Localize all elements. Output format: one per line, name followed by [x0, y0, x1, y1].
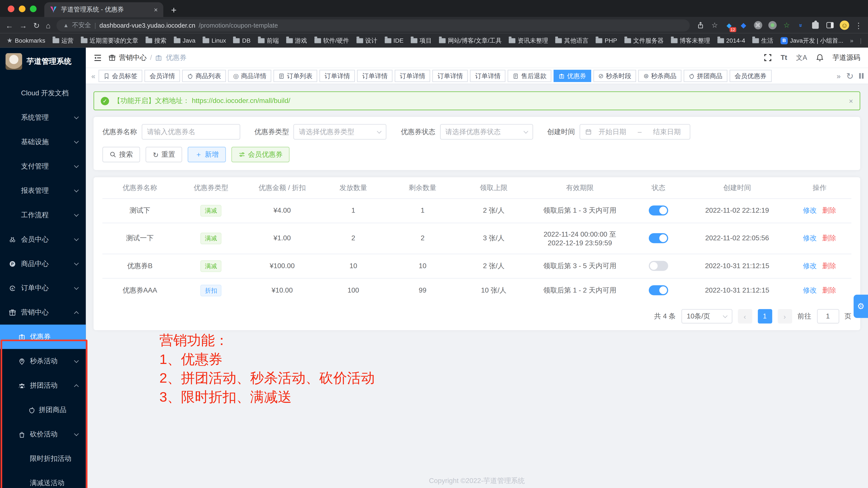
bookmark-item[interactable]: 游戏: [286, 36, 307, 45]
sidebar-item-full-reduction[interactable]: 满减送活动: [0, 471, 86, 488]
page-tab[interactable]: 会员详情: [145, 70, 180, 82]
delete-link[interactable]: 删除: [822, 234, 836, 242]
bookmark-item[interactable]: 2014-4: [717, 37, 745, 44]
sidebar-item-payment[interactable]: 支付管理: [0, 154, 86, 178]
language-icon[interactable]: 文A: [796, 53, 807, 62]
bookmark-item[interactable]: DB: [233, 37, 251, 44]
extension-star-icon[interactable]: ☆: [782, 21, 791, 30]
sidebar-item-group-buy[interactable]: 拼团活动: [0, 373, 86, 398]
page-tab[interactable]: 会员优惠券: [730, 70, 771, 82]
window-minimize-button[interactable]: [19, 5, 26, 12]
sidebar-item-cloud-docs[interactable]: Cloud 开发文档: [0, 81, 86, 105]
sidebar-item-system[interactable]: 系统管理: [0, 105, 86, 130]
tabs-refresh-icon[interactable]: ↻: [846, 70, 854, 81]
font-size-icon[interactable]: Tt: [781, 54, 787, 62]
address-bar[interactable]: ▲ 不安全 | dashboard-vue3.yudao.iocoder.cn/…: [57, 19, 690, 31]
page-tab[interactable]: ⊘秒杀时段: [593, 70, 637, 82]
bookmark-item[interactable]: 近期需要读的文章: [81, 36, 138, 45]
share-icon[interactable]: [696, 21, 705, 30]
coupon-type-select[interactable]: 请选择优惠券类型: [293, 124, 386, 140]
new-tab-button[interactable]: +: [171, 5, 177, 15]
bookmarks-overflow-chevron[interactable]: »: [850, 37, 854, 44]
edit-link[interactable]: 修改: [803, 234, 817, 242]
page-tab[interactable]: 售后退款: [508, 70, 551, 82]
sidebar-item-infrastructure[interactable]: 基础设施: [0, 130, 86, 154]
tabs-scroll-right-icon[interactable]: »: [837, 72, 841, 80]
page-tab[interactable]: ⊛秒杀商品: [639, 70, 681, 82]
bookmark-item[interactable]: 其他语言: [555, 36, 589, 45]
tabs-scroll-left-icon[interactable]: «: [90, 72, 97, 80]
next-page-button[interactable]: ›: [778, 309, 792, 323]
delete-link[interactable]: 删除: [822, 262, 836, 269]
banner-close-icon[interactable]: ×: [849, 97, 853, 105]
browser-menu-icon[interactable]: ⋮: [855, 21, 863, 29]
sidebar-item-seckill[interactable]: 秒杀活动: [0, 349, 86, 373]
extension-gem-icon[interactable]: ◆: [739, 21, 748, 30]
edit-link[interactable]: 修改: [803, 206, 817, 214]
extension-command-icon[interactable]: ⌘: [753, 21, 762, 30]
collapse-sidebar-icon[interactable]: [93, 54, 102, 62]
window-zoom-button[interactable]: [30, 5, 36, 12]
bookmark-star-icon[interactable]: ☆: [710, 21, 719, 30]
delete-link[interactable]: 删除: [822, 286, 836, 294]
add-button[interactable]: ＋ 新增: [188, 147, 226, 162]
bookmark-item[interactable]: 生活: [752, 36, 773, 45]
sidebar-item-limited-discount[interactable]: 限时折扣活动: [0, 447, 86, 471]
page-number-button[interactable]: 1: [757, 309, 772, 323]
bell-icon[interactable]: [816, 54, 824, 62]
bookmark-item[interactable]: 文件服务器: [624, 36, 663, 45]
username[interactable]: 芋道源码: [833, 53, 860, 62]
page-size-select[interactable]: 10条/页: [681, 309, 732, 323]
back-icon[interactable]: ←: [5, 21, 13, 29]
page-tab-active[interactable]: 优惠券: [554, 70, 591, 82]
status-toggle[interactable]: [649, 285, 668, 295]
page-tab[interactable]: 商品列表: [182, 70, 226, 82]
date-range-picker[interactable]: 开始日期 – 结束日期: [579, 124, 690, 140]
page-tab[interactable]: 订单详情: [320, 70, 355, 82]
page-tab[interactable]: 会员标签: [99, 70, 143, 82]
edit-link[interactable]: 修改: [803, 286, 817, 294]
reset-button[interactable]: ↻ 重置: [146, 147, 182, 162]
home-icon[interactable]: ⌂: [46, 21, 51, 29]
edit-link[interactable]: 修改: [803, 262, 817, 269]
tab-close-icon[interactable]: ×: [154, 6, 158, 14]
bookmark-item[interactable]: 前端: [258, 36, 279, 45]
page-tab[interactable]: 订单详情: [432, 70, 468, 82]
breadcrumb-root[interactable]: 营销中心: [119, 53, 147, 62]
bookmark-item[interactable]: IDE: [385, 37, 404, 44]
page-tab[interactable]: 订单列表: [274, 70, 317, 82]
status-toggle[interactable]: [649, 205, 668, 216]
bookmark-item[interactable]: 网站/博客/文章/工具: [439, 36, 502, 45]
status-toggle[interactable]: [649, 261, 668, 271]
bookmark-link[interactable]: BJava开发 | 小组首...: [781, 36, 843, 45]
forward-icon[interactable]: →: [19, 21, 27, 29]
sidebar-item-product-center[interactable]: P 商品中心: [0, 251, 86, 276]
sidebar-item-member-center[interactable]: 会员中心: [0, 227, 86, 251]
bookmarks-root[interactable]: ★Bookmarks: [7, 36, 45, 45]
goto-page-input[interactable]: [817, 309, 839, 323]
bookmark-item[interactable]: 设计: [356, 36, 377, 45]
search-button[interactable]: 搜索: [102, 147, 140, 162]
page-tab[interactable]: ◎商品详情: [228, 70, 272, 82]
reload-icon[interactable]: ↻: [33, 21, 40, 29]
bookmark-item[interactable]: PHP: [596, 37, 617, 44]
window-close-button[interactable]: [8, 5, 14, 12]
extension-badge-icon[interactable]: ◆ 12: [725, 21, 734, 30]
sidebar-item-bargain[interactable]: 砍价活动: [0, 422, 86, 447]
bookmark-item[interactable]: 搜索: [146, 36, 166, 45]
extension-chevrons-icon[interactable]: »: [797, 21, 806, 30]
prev-page-button[interactable]: ‹: [738, 309, 752, 323]
page-tab[interactable]: 拼团商品: [684, 70, 727, 82]
bookmark-item[interactable]: 博客未整理: [671, 36, 710, 45]
side-panel-icon[interactable]: [826, 21, 834, 30]
banner-link[interactable]: https://doc.iocoder.cn/mall/build/: [192, 97, 290, 105]
sidebar-item-order-center[interactable]: e 订单中心: [0, 276, 86, 300]
page-tab[interactable]: 订单详情: [357, 70, 393, 82]
bookmark-item[interactable]: Java: [174, 37, 195, 44]
bookmark-item[interactable]: 运营: [53, 36, 73, 45]
layout-columns-icon[interactable]: [859, 73, 863, 79]
sidebar-item-group-product[interactable]: 拼团商品: [0, 398, 86, 422]
status-toggle[interactable]: [649, 233, 668, 243]
bookmark-item[interactable]: 项目: [411, 36, 432, 45]
bookmark-item[interactable]: 资讯未整理: [509, 36, 548, 45]
